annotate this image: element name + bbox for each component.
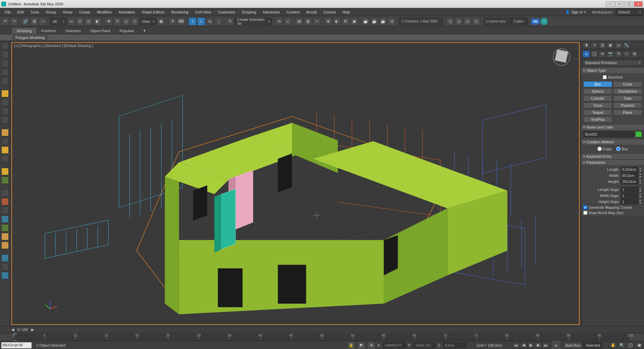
prim-geosphere[interactable]: GeoSphere: [613, 88, 642, 94]
height-spinner[interactable]: ▴▾: [638, 179, 642, 184]
toggle-ribbon-button[interactable]: ▥: [304, 17, 312, 26]
selection-filter-dropdown[interactable]: All: [50, 18, 66, 25]
window-crossing-button[interactable]: ◧: [93, 17, 101, 26]
keyboard-shortcut-button[interactable]: ⌨: [177, 17, 185, 26]
cameras-icon[interactable]: 📷: [607, 51, 614, 57]
menu-corona[interactable]: Corona: [320, 8, 339, 16]
motion-tab-icon[interactable]: ◉: [607, 42, 614, 49]
width-input[interactable]: [621, 173, 638, 178]
coord-z[interactable]: 0,0cm: [443, 343, 466, 348]
hierarchy-tab-icon[interactable]: ⊟: [599, 42, 606, 49]
menu-graph-editors[interactable]: Graph Editors: [139, 8, 168, 16]
left-tool-6[interactable]: [1, 99, 9, 106]
prim-teapot[interactable]: Teapot: [583, 109, 612, 115]
corona-btn4[interactable]: ◰: [472, 17, 480, 26]
coord-y[interactable]: -3425,731: [413, 343, 436, 348]
nav-maximize-icon[interactable]: ▣: [636, 342, 643, 348]
timeline[interactable]: 0510152025303540455055606570758085909510…: [0, 333, 644, 341]
autokey-button[interactable]: Auto Key: [563, 342, 583, 348]
menu-rendering[interactable]: Rendering: [168, 8, 192, 16]
play-icon[interactable]: ▶: [528, 342, 534, 348]
link-button[interactable]: 🔗: [21, 17, 30, 26]
object-name-input[interactable]: [583, 131, 634, 137]
schematic-view-button[interactable]: ⊞: [324, 17, 332, 26]
pivot-center-button[interactable]: ▦: [157, 17, 165, 26]
left-tool-7[interactable]: [1, 107, 9, 115]
rollout-object-type[interactable]: Object Type: [581, 68, 644, 73]
timeslider-left-icon[interactable]: ◀: [10, 328, 15, 332]
prim-textplus[interactable]: TextPlus: [583, 116, 612, 122]
prim-cone[interactable]: Cone: [613, 81, 642, 87]
rollout-parameters[interactable]: Parameters: [581, 160, 644, 165]
corona-btn2[interactable]: ◲: [455, 17, 463, 26]
hseg-spinner[interactable]: ▴▾: [638, 199, 642, 204]
timeslider-right-icon[interactable]: ▶: [30, 328, 35, 332]
width-spinner[interactable]: ▴▾: [638, 173, 642, 178]
mirror-button[interactable]: ⇋: [275, 17, 283, 26]
timeline-ruler[interactable]: 0510152025303540455055606570758085909510…: [13, 334, 631, 340]
unlink-button[interactable]: ⛓: [30, 17, 38, 26]
left-tool-rock[interactable]: [1, 233, 9, 240]
left-tool-grid[interactable]: [1, 189, 9, 197]
left-tool-tree[interactable]: [1, 177, 9, 184]
selection-lock-icon[interactable]: 🔒: [347, 341, 355, 349]
workspaces-dropdown[interactable]: Default: [616, 8, 643, 16]
left-tool-gear[interactable]: [1, 215, 9, 223]
nav-zoom-icon[interactable]: 🔍: [619, 342, 625, 348]
minimize-button[interactable]: ─: [606, 1, 614, 7]
left-tool-sphere1[interactable]: [1, 129, 9, 136]
left-tool-cam[interactable]: [1, 263, 9, 270]
prim-plane[interactable]: Plane: [613, 109, 642, 115]
autogrid-checkbox[interactable]: AutoGrid: [583, 74, 642, 80]
shapes-icon[interactable]: ◯: [591, 51, 598, 57]
systems-icon[interactable]: ⚙: [631, 51, 638, 57]
scene-converter[interactable]: y scene conv: [484, 18, 511, 25]
viewport[interactable]: [+] [Orthographic ] [Standard ] [Default…: [11, 42, 580, 326]
project-path[interactable]: C:\Users\m..s Max 2020: [399, 18, 443, 25]
corona-btn3[interactable]: ◱: [464, 17, 472, 26]
bind-spacewarp-button[interactable]: 〰: [39, 17, 47, 26]
real-world-checkbox[interactable]: Real-World Map Size: [583, 210, 642, 215]
menu-create[interactable]: Create: [76, 8, 94, 16]
wseg-input[interactable]: [621, 193, 638, 198]
layer-explorer-button[interactable]: ▤: [295, 17, 303, 26]
geometry-icon[interactable]: ●: [583, 51, 590, 57]
cm-box-radio[interactable]: Box: [616, 147, 628, 151]
modify-tab-icon[interactable]: ↗: [591, 42, 598, 49]
rotate-button[interactable]: ↻: [113, 17, 121, 26]
lights-icon[interactable]: ☀: [599, 51, 606, 57]
left-tool-3[interactable]: [1, 60, 9, 67]
menu-help[interactable]: Help: [339, 8, 354, 16]
menu-animation[interactable]: Animation: [115, 8, 139, 16]
prim-torus[interactable]: Torus: [583, 102, 612, 108]
menu-scripting[interactable]: Scripting: [238, 8, 260, 16]
menu-content[interactable]: Content: [283, 8, 303, 16]
snap-toggle-button[interactable]: 3: [189, 17, 197, 26]
length-input[interactable]: [621, 167, 638, 172]
render-iterative-button[interactable]: ☕: [370, 17, 378, 26]
coptor-field[interactable]: Coptor: [511, 18, 528, 25]
menu-tools[interactable]: Tools: [27, 8, 43, 16]
prim-box[interactable]: Box: [583, 81, 612, 87]
goto-end-icon[interactable]: ⏭: [542, 342, 549, 348]
left-tool-5[interactable]: [1, 77, 9, 85]
create-tab-icon[interactable]: ✚: [583, 42, 590, 49]
menu-modifiers[interactable]: Modifiers: [94, 8, 115, 16]
percent-snap-button[interactable]: %: [206, 17, 214, 26]
left-tool-paint[interactable]: [1, 198, 9, 205]
render-button[interactable]: ☕: [362, 17, 370, 26]
select-object-button[interactable]: ▭: [67, 17, 75, 26]
render-frame-button[interactable]: ▣: [350, 17, 358, 26]
height-input[interactable]: [621, 179, 638, 184]
left-tool-sphere3[interactable]: [1, 146, 9, 154]
rollout-name-color[interactable]: Name and Color: [581, 124, 644, 130]
move-button[interactable]: ✥: [105, 17, 113, 26]
utilities-tab-icon[interactable]: 🔧: [623, 42, 630, 49]
close-button[interactable]: ✕: [634, 1, 643, 7]
corona-btn1[interactable]: ◳: [446, 17, 454, 26]
prim-cylinder[interactable]: Cylinder: [583, 95, 612, 101]
user-badge[interactable]: RB: [531, 18, 539, 24]
angle-snap-button[interactable]: ∠: [197, 17, 205, 26]
ribbon-expand-icon[interactable]: ▾: [139, 28, 150, 34]
wseg-spinner[interactable]: ▴▾: [638, 193, 642, 198]
